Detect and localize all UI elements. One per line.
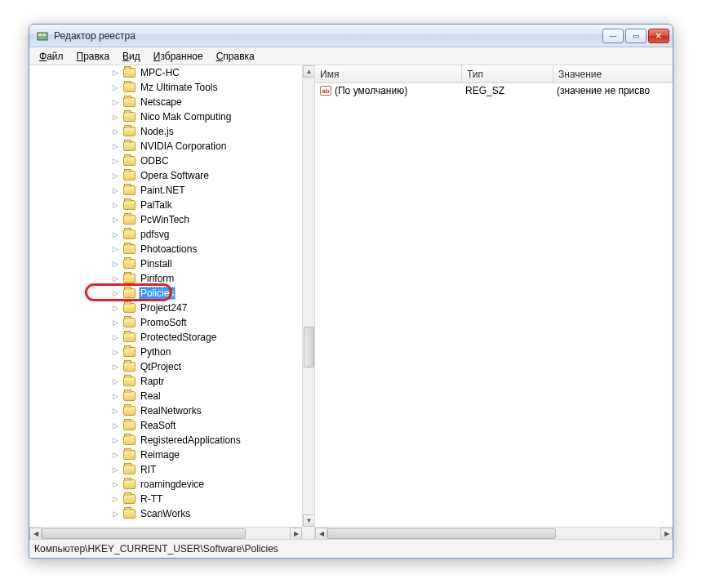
tree-node[interactable]: ▷RegisteredApplications <box>29 433 302 448</box>
tree-node[interactable]: ▷Paint.NET <box>29 183 302 198</box>
expand-icon[interactable]: ▷ <box>111 216 120 225</box>
expand-icon[interactable]: ▷ <box>111 451 120 460</box>
tree-node[interactable]: ▷roamingdevice <box>29 477 302 492</box>
menu-edit[interactable]: Правка <box>70 49 117 64</box>
col-name[interactable]: Имя <box>315 65 462 82</box>
expand-icon[interactable]: ▷ <box>111 480 120 489</box>
expand-icon[interactable]: ▷ <box>111 377 120 386</box>
list-hscrollbar[interactable]: ◀ ▶ <box>315 527 673 539</box>
tree-node[interactable]: ▷PcWinTech <box>29 212 302 227</box>
scroll-left-button[interactable]: ◀ <box>315 528 327 540</box>
tree-node[interactable]: ▷Opera Software <box>29 168 302 183</box>
expand-icon[interactable]: ▷ <box>111 245 120 254</box>
tree-node[interactable]: ▷Raptr <box>29 374 302 389</box>
values-header[interactable]: Имя Тип Значение <box>315 65 673 83</box>
expand-icon[interactable]: ▷ <box>111 113 120 122</box>
expand-icon[interactable]: ▷ <box>111 407 120 416</box>
menu-help[interactable]: Справка <box>210 49 261 64</box>
value-data: (значение не присво <box>557 85 650 96</box>
expand-icon[interactable]: ▷ <box>111 392 120 401</box>
value-row[interactable]: ab (По умолчанию) REG_SZ (значение не пр… <box>315 83 673 98</box>
scroll-right-button[interactable]: ▶ <box>290 528 302 540</box>
expand-icon[interactable]: ▷ <box>111 186 120 195</box>
tree-node[interactable]: ▷Node.js <box>29 124 302 139</box>
tree-node[interactable]: ▷ProtectedStorage <box>29 330 302 345</box>
minimize-button[interactable]: — <box>602 29 624 43</box>
tree-vscroll-thumb[interactable] <box>304 327 314 368</box>
expand-icon[interactable]: ▷ <box>111 69 120 78</box>
registry-tree[interactable]: ▷MPC-HC▷Mz Ultimate Tools▷Netscape▷Nico … <box>29 65 302 527</box>
tree-node[interactable]: ▷pdfsvg <box>29 227 302 242</box>
expand-icon[interactable]: ▷ <box>111 421 120 430</box>
tree-node[interactable]: ▷RealNetworks <box>29 403 302 418</box>
expand-icon[interactable]: ▷ <box>111 348 120 357</box>
tree-node[interactable]: ▷NVIDIA Corporation <box>29 139 302 154</box>
tree-node[interactable]: ▷Mz Ultimate Tools <box>29 80 302 95</box>
close-button[interactable]: ✕ <box>648 29 669 43</box>
tree-node[interactable]: ▷Reimage <box>29 448 302 462</box>
tree-node[interactable]: ▷ReaSoft <box>29 418 302 433</box>
expand-icon[interactable]: ▷ <box>111 274 120 283</box>
expand-icon[interactable]: ▷ <box>111 157 120 166</box>
expand-icon[interactable]: ▷ <box>111 142 120 151</box>
col-type[interactable]: Тип <box>462 65 553 82</box>
list-hscroll-thumb[interactable] <box>327 528 556 539</box>
expand-icon[interactable]: ▷ <box>111 304 120 313</box>
menu-view[interactable]: Вид <box>116 49 147 64</box>
expand-icon[interactable]: ▷ <box>111 333 120 342</box>
tree-node[interactable]: ▷Real <box>29 389 302 403</box>
expand-icon[interactable]: ▷ <box>111 289 120 298</box>
tree-node[interactable]: ▷Nico Mak Computing <box>29 109 302 124</box>
scroll-down-button[interactable]: ▼ <box>303 514 314 527</box>
expand-icon[interactable]: ▷ <box>111 98 120 107</box>
scroll-up-button[interactable]: ▲ <box>303 65 314 78</box>
tree-node[interactable]: ▷ODBC <box>29 154 302 168</box>
tree-node-label: Real <box>139 390 162 403</box>
maximize-button[interactable]: ▭ <box>625 29 646 43</box>
tree-vscrollbar[interactable]: ▲ ▼ <box>302 65 314 527</box>
folder-icon <box>123 288 136 298</box>
titlebar[interactable]: Редактор реестра — ▭ ✕ <box>29 24 673 47</box>
tree-node-label: RIT <box>139 463 158 476</box>
expand-icon[interactable]: ▷ <box>111 230 120 239</box>
folder-icon <box>123 494 136 504</box>
tree-hscroll-thumb[interactable] <box>42 528 246 539</box>
tree-node[interactable]: ▷Netscape <box>29 95 302 109</box>
tree-node-label: Pinstall <box>139 257 174 270</box>
tree-node[interactable]: ▷Policies <box>29 286 302 301</box>
menu-favorites[interactable]: Избранное <box>147 49 210 64</box>
folder-icon <box>123 97 136 107</box>
expand-icon[interactable]: ▷ <box>111 363 120 372</box>
scroll-right-button[interactable]: ▶ <box>660 528 673 540</box>
tree-node[interactable]: ▷MPC-HC <box>29 65 302 80</box>
tree-node[interactable]: ▷ScanWorks <box>29 506 302 521</box>
expand-icon[interactable]: ▷ <box>111 466 120 474</box>
expand-icon[interactable]: ▷ <box>111 127 120 136</box>
tree-node[interactable]: ▷Piriform <box>29 271 302 286</box>
scroll-left-button[interactable]: ◀ <box>29 528 42 540</box>
expand-icon[interactable]: ▷ <box>111 510 120 519</box>
values-list[interactable]: ab (По умолчанию) REG_SZ (значение не пр… <box>315 83 673 539</box>
tree-hscrollbar[interactable]: ◀ ▶ <box>29 527 302 539</box>
tree-node[interactable]: ▷Project247 <box>29 301 302 315</box>
tree-node[interactable]: ▷PromoSoft <box>29 315 302 330</box>
expand-icon[interactable]: ▷ <box>111 495 120 504</box>
tree-node[interactable]: ▷Python <box>29 345 302 359</box>
expand-icon[interactable]: ▷ <box>111 436 120 445</box>
expand-icon[interactable]: ▷ <box>111 318 120 327</box>
tree-node[interactable]: ▷RIT <box>29 462 302 477</box>
expand-icon[interactable]: ▷ <box>111 201 120 210</box>
expand-icon[interactable]: ▷ <box>111 83 120 92</box>
col-value[interactable]: Значение <box>553 65 673 82</box>
tree-node[interactable]: ▷Pinstall <box>29 256 302 271</box>
menu-file[interactable]: Файл <box>33 49 70 64</box>
tree-node-label: ProtectedStorage <box>139 331 218 344</box>
tree-node-label: RegisteredApplications <box>139 434 242 447</box>
window-title: Редактор реестра <box>54 30 601 42</box>
tree-node[interactable]: ▷R-TT <box>29 492 302 506</box>
expand-icon[interactable]: ▷ <box>111 260 120 269</box>
expand-icon[interactable]: ▷ <box>111 172 120 180</box>
tree-node[interactable]: ▷PalTalk <box>29 198 302 212</box>
tree-node[interactable]: ▷Photoactions <box>29 242 302 256</box>
tree-node[interactable]: ▷QtProject <box>29 359 302 374</box>
